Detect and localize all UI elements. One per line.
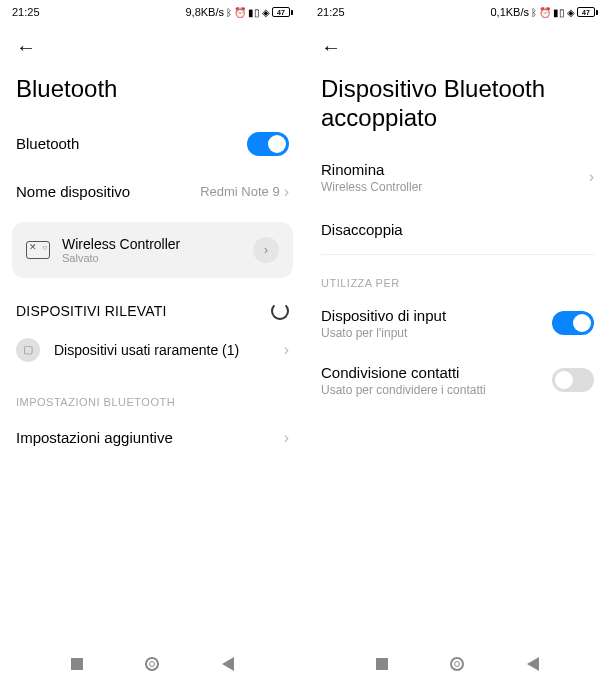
status-icons: 0,1KB/s ᛒ ⏰ ▮▯ ◈ 47 <box>490 6 598 18</box>
back-row: ← <box>0 24 305 67</box>
chevron-right-icon: › <box>284 429 289 447</box>
paired-device-card[interactable]: Wireless Controller Salvato › <box>12 222 293 278</box>
signal-icon: ▮▯ <box>553 7 565 18</box>
alarm-icon: ⏰ <box>539 7 551 18</box>
bluetooth-toggle[interactable] <box>247 132 289 156</box>
battery-icon: 47 <box>577 7 598 17</box>
bluetooth-label: Bluetooth <box>16 135 79 152</box>
contact-sharing-info: Condivisione contatti Usato per condivid… <box>321 364 552 397</box>
input-device-sub: Usato per l'input <box>321 326 552 340</box>
nav-back-icon[interactable] <box>527 657 539 671</box>
status-net: 9,8KB/s <box>185 6 224 18</box>
back-icon[interactable]: ← <box>16 36 36 58</box>
signal-icon: ▮▯ <box>248 7 260 18</box>
rarely-used-row[interactable]: ▢ Dispositivi usati raramente (1) › <box>0 326 305 374</box>
chevron-right-icon: › <box>284 183 289 201</box>
chevron-right-icon: › <box>589 168 594 186</box>
bluetooth-icon: ᛒ <box>531 7 537 18</box>
status-net: 0,1KB/s <box>490 6 529 18</box>
status-time: 21:25 <box>317 6 345 18</box>
contact-sharing-label: Condivisione contatti <box>321 364 552 381</box>
status-bar: 21:25 9,8KB/s ᛒ ⏰ ▮▯ ◈ 47 <box>0 0 305 24</box>
detected-devices-header: DISPOSITIVI RILEVATI <box>0 284 305 326</box>
additional-settings-label: Impostazioni aggiuntive <box>16 429 173 446</box>
status-bar: 21:25 0,1KB/s ᛒ ⏰ ▮▯ ◈ 47 <box>305 0 610 24</box>
status-time: 21:25 <box>12 6 40 18</box>
contact-sharing-row[interactable]: Condivisione contatti Usato per condivid… <box>305 352 610 409</box>
unpair-label: Disaccoppia <box>321 221 403 238</box>
rarely-used-label: Dispositivi usati raramente (1) <box>54 342 270 358</box>
device-name-row[interactable]: Nome dispositivo Redmi Note 9 › <box>0 168 305 216</box>
bluetooth-toggle-row[interactable]: Bluetooth <box>0 120 305 168</box>
contact-sharing-toggle[interactable] <box>552 368 594 392</box>
nav-bar <box>305 649 610 679</box>
input-device-toggle[interactable] <box>552 311 594 335</box>
paired-device-status: Salvato <box>62 252 241 264</box>
nav-back-icon[interactable] <box>222 657 234 671</box>
rename-value: Wireless Controller <box>321 180 589 194</box>
bt-settings-caption: IMPOSTAZIONI BLUETOOTH <box>0 374 305 414</box>
device-name-value: Redmi Note 9 › <box>200 183 289 201</box>
paired-device-info: Wireless Controller Salvato <box>62 236 241 264</box>
alarm-icon: ⏰ <box>234 7 246 18</box>
bluetooth-icon: ᛒ <box>226 7 232 18</box>
screen-paired-device: 21:25 0,1KB/s ᛒ ⏰ ▮▯ ◈ 47 ← Dispositivo … <box>305 0 610 687</box>
paired-device-name: Wireless Controller <box>62 236 241 252</box>
nav-recent-icon[interactable] <box>71 658 83 670</box>
nav-home-icon[interactable] <box>450 657 464 671</box>
unpair-row[interactable]: Disaccoppia <box>305 206 610 254</box>
nav-recent-icon[interactable] <box>376 658 388 670</box>
rename-info: Rinomina Wireless Controller <box>321 161 589 194</box>
detected-devices-label: DISPOSITIVI RILEVATI <box>16 303 167 319</box>
battery-icon: 47 <box>272 7 293 17</box>
contact-sharing-sub: Usato per condividere i contatti <box>321 383 552 397</box>
back-icon[interactable]: ← <box>321 36 341 58</box>
input-device-label: Dispositivo di input <box>321 307 552 324</box>
rename-row[interactable]: Rinomina Wireless Controller › <box>305 149 610 206</box>
use-for-caption: UTILIZZA PER <box>305 255 610 295</box>
page-title: Dispositivo Bluetooth accoppiato <box>305 67 610 149</box>
back-row: ← <box>305 24 610 67</box>
screen-bluetooth-list: 21:25 9,8KB/s ᛒ ⏰ ▮▯ ◈ 47 ← Bluetooth Bl… <box>0 0 305 687</box>
additional-settings-row[interactable]: Impostazioni aggiuntive › <box>0 414 305 462</box>
input-device-row[interactable]: Dispositivo di input Usato per l'input <box>305 295 610 352</box>
nav-bar <box>0 649 305 679</box>
nav-home-icon[interactable] <box>145 657 159 671</box>
refresh-icon[interactable] <box>271 302 289 320</box>
gamepad-icon <box>26 241 50 259</box>
chevron-right-icon: › <box>284 341 289 359</box>
status-icons: 9,8KB/s ᛒ ⏰ ▮▯ ◈ 47 <box>185 6 293 18</box>
device-name-label: Nome dispositivo <box>16 183 130 200</box>
input-device-info: Dispositivo di input Usato per l'input <box>321 307 552 340</box>
page-title: Bluetooth <box>0 67 305 120</box>
rename-label: Rinomina <box>321 161 589 178</box>
device-detail-button[interactable]: › <box>253 237 279 263</box>
wifi-icon: ◈ <box>567 7 575 18</box>
chevron-right-icon: › <box>264 243 268 257</box>
device-generic-icon: ▢ <box>16 338 40 362</box>
wifi-icon: ◈ <box>262 7 270 18</box>
